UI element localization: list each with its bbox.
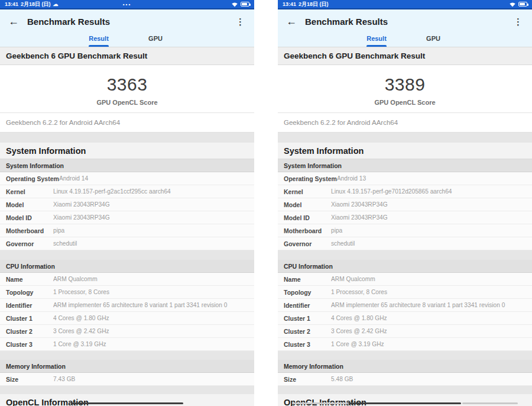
status-right (405, 2, 527, 7)
gesture-bar[interactable] (71, 402, 183, 404)
status-date: 2月18日 (日) (299, 1, 329, 8)
info-value: 1 Core @ 3.19 GHz (53, 341, 254, 347)
system-information-title: System Information (0, 143, 254, 159)
tab-result[interactable]: Result (348, 33, 405, 47)
back-icon[interactable]: ← (8, 16, 19, 27)
tab-result[interactable]: Result (70, 33, 127, 47)
info-row: Cluster 14 Cores @ 1.80 GHz (0, 312, 254, 325)
info-value: ARM implementer 65 architecture 8 varian… (53, 302, 254, 308)
gpu-score-label: GPU OpenCL Score (278, 99, 532, 106)
info-label: Governor (278, 240, 331, 247)
opencl-section-title: OpenCL Information (0, 394, 254, 406)
info-row: ModelXiaomi 23043RP34G (0, 198, 254, 211)
wifi-icon (231, 2, 238, 7)
tab-bar: ResultGPU (278, 33, 532, 47)
status-right (131, 2, 249, 7)
info-row: KernelLinux 4.19.157-perf-g2ac1ccf295cc … (0, 185, 254, 198)
opencl-section-title: OpenCL Information (278, 394, 532, 406)
status-left: 13:412月18日 (日)☁ (5, 1, 123, 8)
section-gap (278, 351, 532, 360)
geekbench-version-row: Geekbench 6.2.2 for Android AArch64 (0, 112, 254, 133)
section-subheader: CPU Information (0, 260, 254, 273)
tab-gpu-label: GPU (426, 35, 440, 42)
page-title: Benchmark Results (305, 17, 512, 27)
info-label: Name (278, 276, 331, 283)
geekbench-version-row: Geekbench 6.2.2 for Android AArch64 (278, 112, 532, 133)
gpu-score-value: 3389 (278, 65, 532, 95)
info-label: Topology (0, 289, 53, 296)
info-label: Size (278, 376, 331, 383)
wifi-icon (509, 2, 516, 7)
info-label: Cluster 1 (0, 315, 53, 322)
gpu-score-label: GPU OpenCL Score (0, 99, 254, 106)
info-row: Motherboardpipa (0, 224, 254, 237)
info-label: Kernel (0, 188, 53, 195)
system-information-title: System Information (278, 143, 532, 159)
info-value: Linux 4.19.157-perf-g2ac1ccf295cc aarch6… (53, 188, 254, 195)
info-row: Size7.43 GB (0, 373, 254, 386)
tab-gpu-label: GPU (148, 35, 163, 42)
score-block: 3363GPU OpenCL Score (0, 65, 254, 112)
info-label: Kernel (278, 188, 331, 195)
info-label: Model (278, 201, 331, 208)
section-subheader: Memory Information (0, 360, 254, 373)
active-tab-underline (366, 45, 387, 47)
info-label: Cluster 1 (278, 315, 331, 322)
info-row: ModelXiaomi 23043RP34G (278, 198, 532, 211)
info-label: Cluster 2 (278, 328, 331, 335)
cloud-icon: ☁ (53, 2, 59, 7)
tab-gpu[interactable]: GPU (405, 33, 462, 47)
section-gap (278, 250, 532, 260)
info-row: Operating SystemAndroid 13 (278, 172, 532, 185)
back-icon[interactable]: ← (286, 16, 297, 27)
status-time: 13:41 (5, 1, 18, 7)
battery-icon (518, 2, 527, 7)
info-label: Model (0, 201, 53, 208)
section-subheader: CPU Information (278, 260, 532, 273)
info-value: Android 13 (337, 175, 532, 182)
info-label: Identifier (0, 302, 53, 309)
status-bar: 13:412月18日 (日)☁••• (0, 0, 254, 9)
info-label: Name (0, 276, 53, 283)
info-row: Motherboardpipa (278, 224, 532, 237)
info-row: Model IDXiaomi 23043RP34G (278, 211, 532, 224)
info-row: Cluster 23 Cores @ 2.42 GHz (278, 325, 532, 338)
tab-result-label: Result (366, 35, 387, 42)
gpu-score-value: 3363 (0, 65, 254, 95)
comparison-stage: 13:412月18日 (日)☁•••←Benchmark Results⋮Res… (0, 0, 532, 406)
info-row: Cluster 23 Cores @ 2.42 GHz (0, 325, 254, 338)
nav-side-bar (292, 402, 348, 404)
phone-screenshot-right: 13:412月18日 (日)←Benchmark Results⋮ResultG… (278, 0, 532, 406)
section-subheader: Memory Information (278, 360, 532, 373)
battery-icon (241, 2, 249, 7)
gesture-nav-area (278, 402, 532, 404)
info-value: 3 Cores @ 2.42 GHz (53, 328, 254, 334)
info-label: Model ID (278, 214, 331, 221)
info-row: NameARM Qualcomm (278, 273, 532, 286)
info-row: Governorschedutil (278, 237, 532, 250)
info-label: Model ID (0, 214, 53, 221)
overflow-menu-icon[interactable]: ⋮ (512, 17, 524, 26)
tab-gpu[interactable]: GPU (127, 33, 184, 47)
info-row: Topology1 Processor, 8 Cores (278, 286, 532, 299)
info-label: Size (0, 376, 53, 383)
info-label: Motherboard (0, 227, 53, 234)
info-value: Linux 4.19.157-perf-ge7012d205865 aarch6… (331, 188, 532, 195)
page-title: Benchmark Results (27, 17, 235, 27)
section-gap (278, 386, 532, 394)
info-value: Xiaomi 23043RP34G (53, 201, 254, 208)
app-bar: ←Benchmark Results⋮ (0, 9, 254, 33)
info-label: Cluster 3 (278, 341, 331, 348)
info-value: 4 Cores @ 1.80 GHz (53, 315, 254, 321)
info-label: Operating System (278, 175, 337, 182)
overflow-menu-icon[interactable]: ⋮ (235, 17, 246, 26)
notification-dots-icon: ••• (123, 2, 131, 7)
opencl-section-clipped: OpenCL Information (0, 394, 254, 406)
section-gap (0, 250, 254, 260)
status-left: 13:412月18日 (日) (283, 1, 405, 8)
app-bar: ←Benchmark Results⋮ (278, 9, 532, 33)
result-section-header: Geekbench 6 GPU Benchmark Result (278, 47, 532, 65)
gesture-bar[interactable] (349, 402, 461, 404)
info-value: ARM implementer 65 architecture 8 varian… (331, 302, 532, 308)
info-value: pipa (53, 227, 254, 234)
